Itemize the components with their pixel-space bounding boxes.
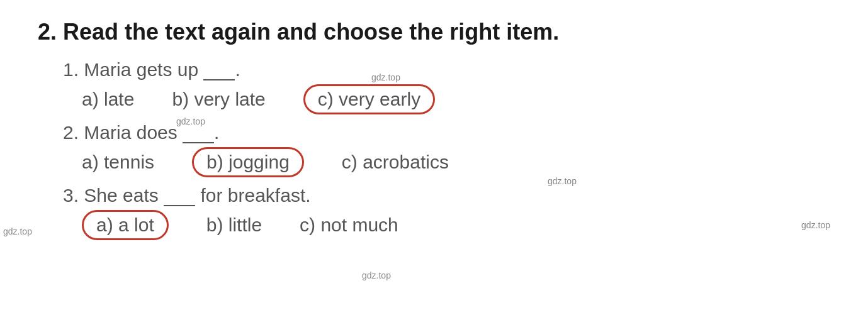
watermark-5: gdz.top: [362, 270, 391, 280]
blank-3: [164, 184, 195, 206]
blank-1: [203, 58, 235, 80]
question-block-1: 1. Maria gets up . a) late b) very late …: [63, 58, 843, 114]
watermark-6: gdz.top: [801, 220, 830, 230]
options-row-2: a) tennis b) jogging c) acrobatics: [82, 147, 843, 177]
watermark-1: gdz.top: [371, 72, 400, 82]
watermark-3: gdz.top: [548, 176, 577, 186]
page: 2. Read the text again and choose the ri…: [0, 0, 868, 315]
questions-container: 1. Maria gets up . a) late b) very late …: [63, 58, 843, 240]
option-1c-circled: c) very early: [303, 84, 435, 114]
question-block-2: 2. Maria does . a) tennis b) jogging c) …: [63, 121, 843, 177]
options-row-1: a) late b) very late c) very early: [82, 84, 843, 114]
question-text-3: 3. She eats for breakfast.: [63, 184, 843, 206]
watermark-2: gdz.top: [176, 116, 205, 126]
options-row-3: a) a lot b) little c) not much: [82, 210, 843, 240]
question-text-1: 1. Maria gets up .: [63, 58, 843, 80]
option-2b-circled: b) jogging: [192, 147, 304, 177]
option-3b: b) little: [206, 214, 262, 236]
option-1b: b) very late: [172, 89, 265, 110]
watermark-4: gdz.top: [3, 226, 32, 236]
question-block-3: 3. She eats for breakfast. a) a lot b) l…: [63, 184, 843, 240]
option-2c: c) acrobatics: [342, 152, 449, 173]
option-3a-circled: a) a lot: [82, 210, 169, 240]
option-2a: a) tennis: [82, 152, 154, 173]
option-1a: a) late: [82, 89, 134, 110]
page-title: 2. Read the text again and choose the ri…: [38, 19, 843, 45]
option-3c: c) not much: [300, 214, 398, 236]
